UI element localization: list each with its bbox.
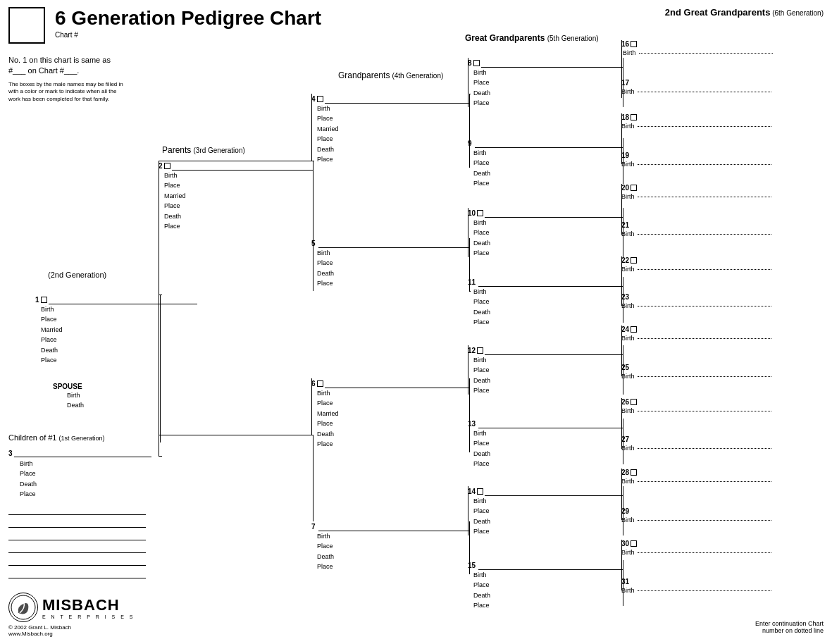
person-2: 2 Birth Place Married Place Death Place [159, 161, 313, 231]
p1-birth: Birth [41, 304, 197, 314]
logo-copyright: © 2002 Grant L. Misbach [8, 624, 135, 631]
p1-place2: Place [41, 335, 197, 345]
conn-28-29-vert [621, 469, 622, 520]
children-block: Children of #1 (1st Generation) 3 Birth … [8, 433, 151, 578]
conn-7-15-vert [469, 535, 470, 573]
conn-4-8-h [469, 94, 471, 94]
p1-place3: Place [41, 355, 197, 365]
spouse-birth: Birth [67, 390, 84, 400]
conn-22-23-vert [621, 256, 622, 306]
p3-num: 3 [8, 450, 13, 457]
person-13: 13 Birth Place Death Place [468, 419, 623, 469]
conn-18-19-vert [621, 113, 622, 164]
logo-enterprises: E N T E R P R I S E S [42, 614, 135, 619]
person-26: 26 Birth [621, 398, 771, 416]
person-22: 22 Birth [621, 256, 771, 275]
person-9: 9 Birth Place Death Place [468, 138, 623, 189]
footer-note: Enter continuation Chart number on dotte… [755, 620, 824, 634]
person-5: 5 Birth Place Death Place [311, 238, 470, 289]
p3-place: Place [20, 469, 151, 478]
conn-14-down [468, 486, 468, 535]
logo-name: MISBACH [42, 596, 135, 614]
parents-label: Parents (3rd Generation) [162, 145, 245, 155]
conn-10-down [468, 208, 468, 257]
grandparents-label: Grandparents (4th Generation) [338, 70, 443, 80]
logo-website: www.Misbach.org [8, 631, 135, 637]
no1-text: No. 1 on this chart is same as #___ on C… [8, 55, 125, 77]
gen2-label: (2nd Generation) [48, 271, 106, 279]
conn-5-10-h [469, 291, 471, 292]
logo-area: MISBACH E N T E R P R I S E S © 2002 Gra… [8, 593, 135, 637]
person-28: 28 Birth [621, 469, 771, 487]
person-30: 30 Birth [621, 540, 771, 558]
conn-12-down [468, 345, 468, 395]
person-17: 17 Birth [621, 79, 771, 97]
logo-icon [8, 593, 38, 622]
person-14: 14 Birth Place Death Place [468, 486, 623, 537]
person-6: 6 Birth Place Married Place Death Place [311, 378, 470, 449]
person-4: 4 Birth Place Married Place Death Place [311, 94, 470, 164]
children-label: Children of #1 (1st Generation) [8, 433, 151, 442]
conn-6-13-vert [469, 395, 470, 431]
spouse-label: SPOUSE [53, 383, 84, 390]
person-21: 21 Birth [621, 221, 771, 240]
conn-3-6-horiz [159, 435, 313, 435]
conn-3-vert [159, 295, 159, 456]
conn-20-21-vert [621, 184, 622, 235]
person-7: 7 Birth Place Death Place [311, 521, 470, 572]
person-24: 24 Birth [621, 326, 771, 344]
page: 6 Generation Pedigree Chart Chart # 2nd … [0, 0, 832, 644]
person-10: 10 Birth Place Death Place [468, 208, 623, 259]
p3-death: Death [20, 479, 151, 489]
p1-num: 1 [35, 296, 39, 304]
person-16: 16 Birth [621, 40, 773, 58]
person-12: 12 Birth Place Death Place [468, 345, 623, 396]
conn-30-31-vert [621, 540, 622, 590]
title-block: 6 Generation Pedigree Chart Chart # [55, 7, 321, 39]
person-15: 15 Birth Place Death Place [468, 560, 623, 611]
spouse-death: Death [67, 400, 84, 410]
person-23: 23 Birth [621, 293, 771, 311]
conn-24-25-vert [621, 326, 622, 376]
person-25: 25 Birth [621, 364, 771, 382]
gen6-label: 2nd Great Grandparents (6th Generation) [665, 7, 824, 18]
conn-6-7-vert [313, 435, 313, 521]
conn-16-17-vert [621, 40, 622, 98]
person-18: 18 Birth [621, 113, 771, 132]
person-11: 11 Birth Place Death Place [468, 277, 623, 328]
conn-26-27-vert [621, 398, 622, 449]
p1-married: Married [41, 325, 197, 335]
person-27: 27 Birth [621, 435, 771, 454]
p1-place1: Place [41, 314, 197, 324]
gen5-label: Great Grandparents (5th Generation) [465, 33, 599, 43]
chart-box [8, 7, 45, 44]
spouse-block: SPOUSE Birth Death [53, 383, 84, 411]
person-29: 29 Birth [621, 507, 771, 526]
conn-4-down [311, 94, 312, 161]
person-1: 1 Birth Place Married Place Death Place [35, 295, 197, 365]
p3-place2: Place [20, 489, 151, 499]
person-19: 19 Birth [621, 151, 771, 170]
conn-2-5-vert [313, 161, 313, 238]
conn-4-9-vert [469, 107, 470, 149]
person-8: 8 Birth Place Death Place [468, 58, 623, 109]
conn-5-11-vert [469, 238, 470, 290]
person-31: 31 Birth [621, 578, 771, 596]
page-title: 6 Generation Pedigree Chart [55, 7, 321, 30]
chart-hash: Chart # [55, 31, 321, 39]
conn-8-down [468, 58, 468, 107]
note-text: The boxes by the male names may be fille… [8, 81, 125, 103]
info-block: No. 1 on this chart is same as #___ on C… [8, 55, 125, 103]
conn-3-horiz [159, 456, 162, 457]
p1-death: Death [41, 345, 197, 355]
p3-birth: Birth [20, 459, 151, 469]
conn-2-vert-down [159, 161, 159, 295]
conn-2-4-horiz [159, 161, 313, 161]
person-20: 20 Birth [621, 184, 771, 202]
header-right: 2nd Great Grandparents (6th Generation) [665, 7, 824, 18]
conn-1-vert [160, 295, 161, 442]
conn-6-down [311, 378, 312, 435]
